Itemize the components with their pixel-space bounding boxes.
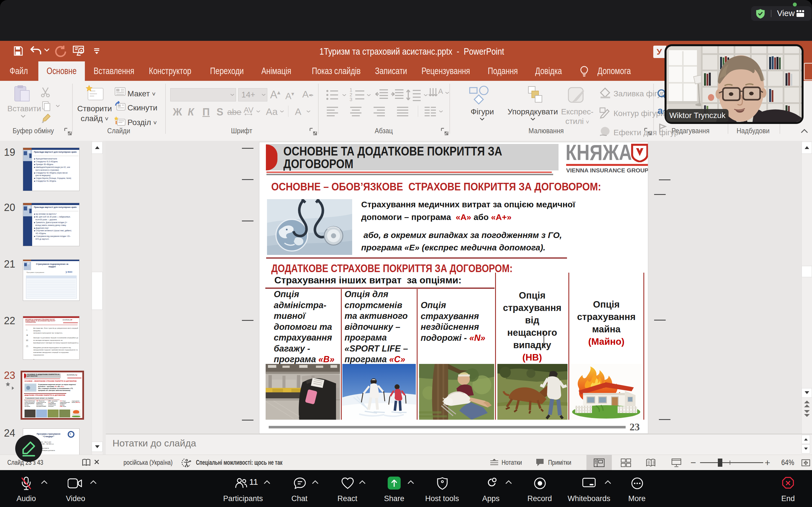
svg-text:A: A (438, 87, 443, 96)
